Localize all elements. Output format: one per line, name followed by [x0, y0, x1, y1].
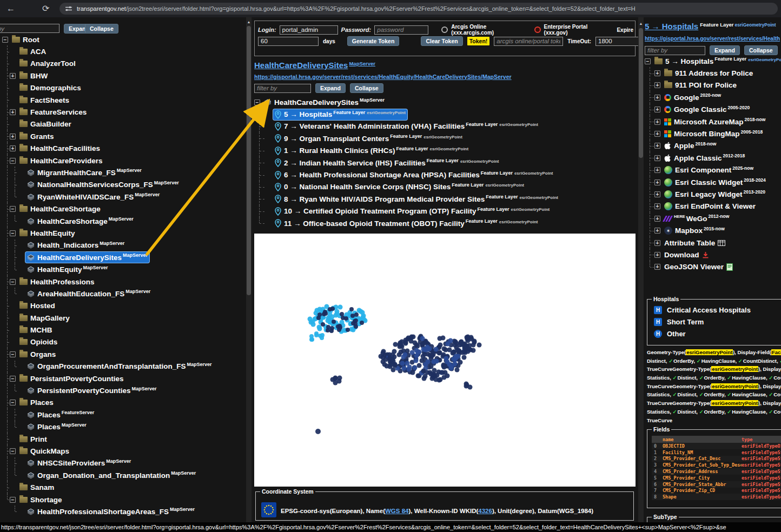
tree-item-healthcareproviders[interactable]: −HealthCareProviders: [2, 155, 214, 167]
tree-item-attribute-table[interactable]: +Attribute Table: [645, 237, 781, 249]
login-input[interactable]: [280, 25, 338, 35]
tree-item-persistantpovertycounties[interactable]: −PersistantPovertyCounties: [2, 373, 214, 384]
left-scrollbar-thumb[interactable]: [247, 26, 251, 295]
radio-arcgis-online[interactable]: [441, 26, 448, 33]
tree-item-quickmaps[interactable]: −QuickMaps: [2, 445, 214, 457]
expand-plus-icon[interactable]: +: [654, 131, 660, 137]
expand-plus-icon[interactable]: +: [10, 145, 16, 151]
collapse-minus-icon[interactable]: −: [10, 351, 16, 357]
tree-item-nhscsiteproviders[interactable]: NHSCSiteProvidersMapServer: [2, 457, 214, 469]
left-scrollbar[interactable]: ▲: [246, 17, 251, 522]
tree-item-5-hospitals[interactable]: 5 → HospitalsFeature LayeresriGeometryPo…: [254, 108, 560, 120]
tree-item-apple-classic[interactable]: +Apple Classic2012-2018: [645, 152, 781, 164]
tree-item-grants[interactable]: +Grants: [2, 130, 214, 142]
tree-item-places[interactable]: PlacesFeatureServer: [2, 409, 214, 421]
tree-item-geojson-viewer[interactable]: +GeoJSON Viewer: [645, 261, 781, 273]
expand-plus-icon[interactable]: +: [10, 73, 16, 79]
tree-item-healthcarefacilities[interactable]: +HealthCareFacilities: [2, 143, 214, 155]
service-url-link[interactable]: https://gisportal.hrsa.gov/server/rest/s…: [254, 74, 512, 80]
tree-item-911-address-for-police[interactable]: +911 Address for Police: [645, 67, 781, 79]
tree-item-wego[interactable]: +HEREWeGo2012-now: [645, 212, 781, 224]
back-icon[interactable]: ←: [6, 3, 15, 14]
tree-item-microsoft-bingmap[interactable]: +Microsoft BingMap2005-2018: [645, 128, 781, 139]
wgs84-link[interactable]: WGS 84: [385, 508, 408, 514]
tree-item-healthcareshortage[interactable]: HealthCareShortageMapServer: [2, 215, 214, 227]
tree-item-opioids[interactable]: Opioids: [2, 336, 214, 348]
tree-item-1-rural-health-clinics-rhcs[interactable]: 1 → Rural Health Clinics (RHCs)Feature L…: [254, 145, 560, 157]
expand-plus-icon[interactable]: +: [10, 109, 16, 115]
tree-item-places[interactable]: −Places: [2, 397, 214, 409]
tree-item-esri-endpoint-viewer[interactable]: +Esri EndPoint & Viewer: [645, 201, 781, 212]
tree-item-healthequity[interactable]: HealthEquityMapServer: [2, 263, 214, 275]
tree-item-bhw[interactable]: +BHW: [2, 70, 214, 82]
tree-item-mapgallery[interactable]: MapGallery: [2, 312, 214, 324]
service-filter-input[interactable]: [254, 84, 311, 93]
collapse-minus-icon[interactable]: −: [10, 497, 16, 503]
tree-item-migranthealthcare-fs[interactable]: MigrantHealthCare_FSMapServer: [2, 167, 214, 178]
tree-item-google-classic[interactable]: +Google Classic2005-2020: [645, 104, 781, 116]
expand-plus-icon[interactable]: +: [654, 191, 660, 197]
url-bar[interactable]: transparentgov.net/json2tree/esri/server…: [59, 3, 778, 15]
expand-plus-icon[interactable]: +: [10, 134, 16, 139]
site-settings-icon[interactable]: [65, 5, 72, 12]
expand-plus-icon[interactable]: +: [654, 95, 660, 101]
collapse-minus-icon[interactable]: −: [10, 400, 16, 405]
collapse-minus-icon[interactable]: −: [10, 376, 16, 382]
tree-item-places[interactable]: PlacesMapServer: [2, 421, 214, 433]
tree-item-aca[interactable]: ACA: [2, 45, 214, 57]
tree-item-organprocurementandtransplantation-fs[interactable]: OrganProcurementAndTransplantation_FSMap…: [2, 361, 214, 373]
tree-item-hosted[interactable]: Hosted: [2, 300, 214, 312]
wkid-link[interactable]: 4326: [478, 508, 492, 514]
expand-plus-icon[interactable]: +: [654, 167, 660, 173]
expand-plus-icon[interactable]: +: [654, 216, 660, 222]
clear-token-button[interactable]: Clear Token: [421, 36, 462, 46]
tree-item-microsoft-azuremap[interactable]: +Microsoft AzureMap2018-now: [645, 116, 781, 128]
tree-item-esri-component[interactable]: +Esri Component2025-now: [645, 164, 781, 176]
tree-item-10-certified-opioid-treatment-program-otp-facility[interactable]: 10 → Certified Opioid Treatment Program …: [254, 205, 560, 217]
tree-item-analyzertool[interactable]: AnalyzerTool: [2, 58, 214, 70]
tree-item-5-hospitals[interactable]: −5 → HospitalsFeature LayeresriGeometryP…: [645, 55, 781, 67]
collapse-minus-icon[interactable]: −: [10, 206, 16, 212]
expand-plus-icon[interactable]: +: [654, 179, 660, 185]
tree-item-healthprofessions[interactable]: −HealthProfessions: [2, 276, 214, 288]
scroll-up-icon[interactable]: ▲: [246, 20, 251, 24]
expand-plus-icon[interactable]: +: [654, 119, 660, 125]
tree-item-healthcaredeliverysites[interactable]: HealthCareDeliverySitesMapServer: [2, 251, 214, 263]
scroll-up-icon[interactable]: ▲: [638, 22, 644, 25]
tree-item-featureservices[interactable]: +FeatureServices: [2, 106, 214, 118]
tree-item-9-organ-transplant-centers[interactable]: 9 → Organ Transplant CentersFeature Laye…: [254, 132, 560, 144]
tree-item-8-ryan-white-hiv-aids-program-medical-provider-sites[interactable]: 8 → Ryan White HIV/AIDS Program Medical …: [254, 193, 560, 205]
tree-item-healthequity[interactable]: −HealthEquity: [2, 227, 214, 239]
collapse-minus-icon[interactable]: −: [2, 37, 8, 43]
right-scrollbar-thumb[interactable]: [639, 28, 643, 158]
tree-item-ryanwhitehivaidscare-fs[interactable]: RyanWhiteHIVAIDSCare_FSMapServer: [2, 191, 214, 203]
layer-collapse-button[interactable]: Collapse: [744, 45, 778, 55]
tree-item-download[interactable]: +Download: [645, 249, 781, 261]
tree-item-organ-donation-and-transplantation[interactable]: Organ_Donation_and_TransplantationMapSer…: [2, 469, 214, 481]
tree-item-organs[interactable]: −Organs: [2, 348, 214, 360]
expand-plus-icon[interactable]: +: [654, 70, 660, 76]
tree-item-root[interactable]: −Root: [2, 34, 214, 45]
expand-plus-icon[interactable]: +: [654, 155, 660, 161]
layer-title[interactable]: 5 → Hospitals: [645, 22, 698, 31]
timeout-input[interactable]: [595, 37, 638, 46]
generate-token-button[interactable]: Generate Token: [347, 36, 400, 46]
collapse-minus-icon[interactable]: −: [10, 230, 16, 236]
tree-item-demographics[interactable]: Demographics: [2, 82, 214, 94]
collapse-minus-icon[interactable]: −: [10, 448, 16, 454]
tree-item-0-national-health-service-corps-nhsc-sites[interactable]: 0 → National Health Service Corps (NHSC)…: [254, 181, 560, 193]
collapse-minus-icon[interactable]: −: [10, 279, 16, 285]
tree-item-sanam[interactable]: Sanam: [2, 481, 214, 493]
layer-filter-input[interactable]: [645, 46, 705, 55]
tree-item-shortage[interactable]: −Shortage: [2, 494, 214, 506]
service-expand-button[interactable]: Expand: [315, 83, 346, 93]
tree-item-gaiabuilder[interactable]: GaiaBuilder: [2, 118, 214, 130]
left-collapse-button[interactable]: Collapse: [85, 24, 118, 34]
password-input[interactable]: [374, 25, 428, 35]
expand-plus-icon[interactable]: +: [654, 203, 660, 209]
tree-item-mchb[interactable]: MCHB: [2, 324, 214, 336]
reload-icon[interactable]: ⟳: [42, 3, 49, 14]
tree-item-areahealtheducation-fs[interactable]: AreaHealthEducation_FSMapServer: [2, 288, 214, 300]
tree-item-healthprofessionalshortageareas-fs[interactable]: HealthProfessionalShortageAreas_FSMapSer…: [2, 506, 214, 517]
expand-plus-icon[interactable]: +: [654, 252, 660, 258]
